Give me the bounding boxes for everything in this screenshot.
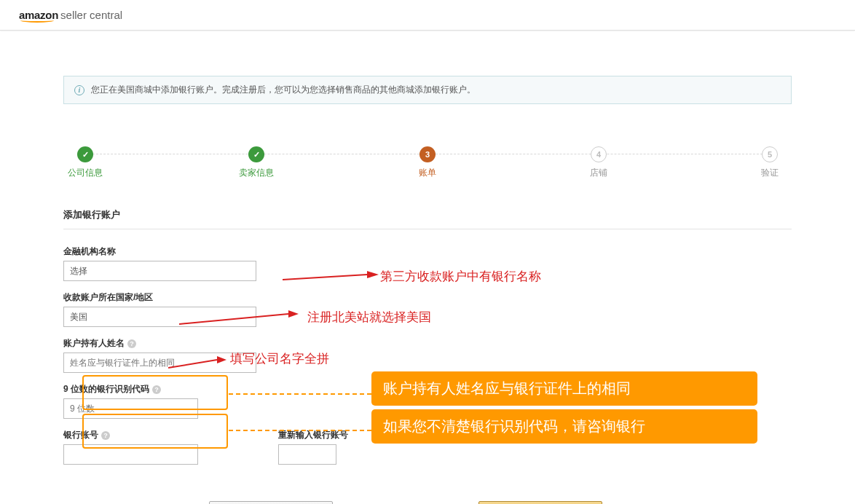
step-number: 3 [419, 146, 436, 162]
step-label: 店铺 [590, 167, 607, 179]
step-billing: 3 账单 [406, 146, 449, 179]
field-label: 账户持有人姓名 ? [63, 337, 792, 350]
section-title: 添加银行账户 [63, 208, 792, 229]
field-bank-account: 银行账号 ? [63, 429, 198, 465]
annotation-text-1: 第三方收款账户中有银行名称 [380, 268, 541, 285]
field-holder-name: 账户持有人姓名 ? [63, 337, 792, 373]
step-label: 公司信息 [68, 167, 103, 179]
annotation-text-2: 注册北美站就选择美国 [307, 309, 431, 326]
info-alert: i 您正在美国商城中添加银行账户。完成注册后，您可以为您选择销售商品的其他商城添… [63, 76, 792, 104]
logo-seller-text: seller central [60, 9, 122, 21]
step-label: 账单 [419, 167, 436, 179]
help-icon[interactable]: ? [101, 431, 110, 440]
back-button[interactable]: 返回 [209, 501, 333, 504]
check-icon [248, 146, 264, 162]
button-row: 返回 验证银行账户 [209, 501, 792, 504]
annotation-box-1: 账户持有人姓名应与银行证件上的相同 [371, 371, 757, 406]
step-label: 验证 [761, 167, 779, 179]
annotation-text-3: 填写公司名字全拼 [230, 350, 329, 367]
field-label: 金融机构名称 [63, 245, 792, 258]
field-bank-account-confirm: 重新输入银行账号 [278, 429, 348, 465]
step-seller-info: 卖家信息 [235, 146, 278, 179]
step-company-info: 公司信息 [63, 146, 107, 179]
dashed-connector-2 [229, 430, 371, 431]
logo-amazon-text: amazon [19, 9, 58, 21]
account-country-select[interactable] [63, 307, 256, 327]
step-store: 4 店铺 [577, 146, 620, 179]
field-label: 收款账户所在国家/地区 [63, 291, 792, 304]
info-alert-text: 您正在美国商城中添加银行账户。完成注册后，您可以为您选择销售商品的其他商城添加银… [91, 84, 476, 96]
progress-steps: 公司信息 卖家信息 3 账单 4 店铺 5 验证 [63, 146, 792, 179]
field-label: 银行账号 ? [63, 429, 198, 441]
dashed-connector-1 [229, 393, 371, 395]
bank-account-confirm-input[interactable] [278, 444, 336, 465]
header: amazon seller central [0, 0, 855, 31]
verify-bank-button[interactable]: 验证银行账户 [478, 501, 602, 504]
check-icon [77, 146, 93, 162]
info-icon: i [74, 85, 84, 95]
amazon-seller-central-logo: amazon seller central [19, 9, 122, 21]
step-label: 卖家信息 [239, 167, 274, 179]
bank-account-input[interactable] [63, 444, 198, 465]
institution-name-select[interactable] [63, 261, 256, 281]
routing-number-input[interactable] [63, 398, 198, 419]
annotation-box-2: 如果您不清楚银行识别代码，请咨询银行 [371, 409, 757, 444]
holder-name-input[interactable] [63, 353, 256, 373]
help-icon[interactable]: ? [152, 385, 161, 394]
help-icon[interactable]: ? [127, 339, 136, 348]
step-number: 4 [591, 146, 607, 162]
step-verification: 5 验证 [748, 146, 792, 179]
step-number: 5 [762, 146, 778, 162]
